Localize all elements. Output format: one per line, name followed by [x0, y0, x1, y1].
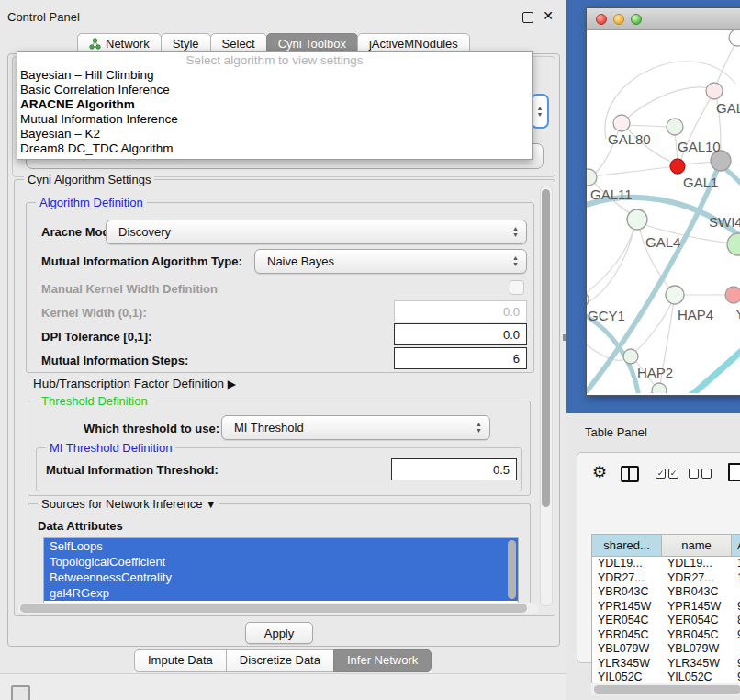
table-row[interactable]: YBL079WYBL079W [592, 642, 740, 657]
spinner-arrows-icon: ▲▼ [476, 421, 482, 434]
aracne-mode-combobox[interactable]: Discovery ▲▼ [106, 220, 527, 244]
network-canvas[interactable]: GAL GAL80 GAL10 GAL1 GAL11 GAL4 SWI4 GCY… [587, 30, 740, 393]
network-view-window: GAL GAL80 GAL10 GAL1 GAL11 GAL4 SWI4 GCY… [586, 7, 740, 396]
column-header-name[interactable]: name [662, 535, 732, 556]
mi-threshold-value: 0.5 [493, 463, 510, 477]
node-label: Y [735, 306, 740, 322]
sources-group-title[interactable]: Sources for Network Inference ▼ [38, 497, 219, 511]
table-row[interactable]: YLR345WYLR345W9. [592, 657, 740, 672]
select-all-columns-icon[interactable]: ✓✓ [656, 469, 678, 479]
mi-threshold-group: MI Threshold Definition Mutual Informati… [36, 447, 522, 491]
network-icon [89, 38, 101, 50]
kernel-width-field[interactable]: 0.0 [394, 300, 527, 322]
table-hscrollbar-thumb[interactable] [594, 685, 740, 694]
column-header-shared-name[interactable]: shared... [592, 535, 662, 556]
popup-item[interactable]: Bayesian – K2 [17, 127, 532, 141]
kernel-width-value: 0.0 [503, 305, 520, 319]
tab-select-label: Select [222, 37, 255, 51]
which-threshold-value: MI Threshold [234, 421, 304, 435]
algorithm-dropdown-popup: Select algorithm to view settings Bayesi… [17, 51, 533, 160]
unselect-all-columns-icon[interactable] [689, 469, 712, 479]
mi-steps-value: 6 [513, 352, 520, 366]
minimized-window-icon[interactable] [11, 685, 30, 700]
list-scrollbar-thumb[interactable] [508, 540, 516, 599]
network-graph [587, 30, 740, 393]
popup-prompt[interactable]: Select algorithm to view settings [17, 52, 532, 68]
table-row[interactable]: YPR145WYPR145W9. [592, 600, 740, 615]
network-window-titlebar[interactable] [587, 8, 740, 30]
node-gal80[interactable] [613, 115, 630, 131]
mi-steps-field[interactable]: 6 [394, 347, 527, 369]
settings-hscrollbar-thumb[interactable] [20, 604, 527, 613]
node-label: GAL1 [683, 175, 718, 190]
node-label: GCY1 [588, 308, 625, 323]
control-panel-titlebar: Control Panel ✕ [0, 0, 566, 28]
which-threshold-combobox[interactable]: MI Threshold ▲▼ [221, 415, 490, 440]
mi-algorithm-type-combobox[interactable]: Naive Bayes ▲▼ [254, 249, 527, 274]
table-row-partial[interactable]: YIL052CYIL052C9 [592, 671, 740, 683]
dpi-tolerance-field[interactable]: 0.0 [394, 323, 527, 345]
table-hscrollbar-track[interactable] [591, 683, 740, 695]
popup-item[interactable]: Dream8 DC_TDC Algorithm [17, 141, 532, 156]
mi-algorithm-type-label: Mutual Information Algorithm Type: [41, 254, 242, 268]
manual-kernel-width-checkbox[interactable] [510, 280, 524, 295]
popup-item[interactable]: Mutual Information Inference [17, 112, 532, 127]
sources-title-label: Sources for Network Inference [41, 497, 203, 511]
node-hap4[interactable] [666, 286, 684, 304]
list-item[interactable]: TopologicalCoefficient [44, 554, 518, 570]
table-row[interactable]: YDR27...YDR27...12 [592, 571, 740, 586]
mi-threshold-group-title: MI Threshold Definition [46, 441, 175, 455]
mi-threshold-field[interactable]: 0.5 [391, 458, 517, 480]
sources-group: Sources for Network Inference ▼ Data Att… [28, 503, 531, 613]
node[interactable] [652, 383, 667, 393]
node[interactable] [725, 287, 740, 303]
settings-vscrollbar-track[interactable] [540, 186, 553, 606]
collapse-arrow-icon: ▼ [206, 499, 216, 510]
node-table: shared... name A YDL19...YDL19...13 YDR2… [591, 534, 740, 683]
settings-hscrollbar-track[interactable] [18, 603, 538, 614]
popup-item[interactable]: Basic Correlation Inference [17, 83, 532, 97]
float-window-icon[interactable] [522, 12, 533, 23]
hub-definition-expander[interactable]: Hub/Transcription Factor Definition ▶ [33, 377, 236, 390]
column-header-clipped[interactable]: A [732, 535, 740, 556]
list-item[interactable]: gal4RGexp [44, 585, 518, 601]
apply-button[interactable]: Apply [245, 622, 313, 644]
table-row[interactable]: YBR043CYBR043C [592, 585, 740, 600]
list-item[interactable]: BetweennessCentrality [44, 570, 518, 585]
settings-vscrollbar-thumb[interactable] [542, 189, 550, 507]
close-traffic-light-icon[interactable] [596, 14, 607, 25]
popup-item-selected[interactable]: ARACNE Algorithm [17, 97, 532, 112]
node[interactable] [706, 83, 723, 99]
node-gal10[interactable] [667, 119, 683, 135]
minimize-traffic-light-icon[interactable] [613, 14, 624, 25]
table-settings-gear-icon[interactable]: ⚙ [592, 464, 607, 480]
table-row[interactable]: YDL19...YDL19...13 [592, 557, 740, 571]
close-icon[interactable]: ✕ [543, 8, 554, 23]
node-swi4[interactable] [727, 233, 740, 255]
dpi-tolerance-label: DPI Tolerance [0,1]: [41, 330, 151, 344]
tab-discretize-data[interactable]: Discretize Data [226, 649, 334, 672]
algorithm-combobox[interactable]: ▲▼ [531, 94, 549, 129]
cyni-algorithm-settings-group: Cyni Algorithm Settings Algorithm Defini… [14, 179, 555, 616]
zoom-traffic-light-icon[interactable] [631, 14, 642, 25]
import-table-icon[interactable] [728, 463, 740, 481]
tab-discretize-data-label: Discretize Data [240, 653, 320, 667]
table-row[interactable]: YBR045CYBR045C9. [592, 628, 740, 643]
list-item[interactable]: SelfLoops [44, 538, 518, 554]
tab-infer-network[interactable]: Infer Network [333, 649, 432, 672]
which-threshold-label: Which threshold to use: [84, 422, 219, 435]
table-row[interactable]: YER054CYER054C8. [592, 614, 740, 628]
control-panel-title: Control Panel [7, 10, 80, 24]
node-gal1-selected[interactable] [670, 159, 685, 174]
node[interactable] [729, 30, 740, 46]
popup-item[interactable]: Bayesian – Hill Climbing [17, 68, 532, 83]
node-gal4[interactable] [627, 209, 647, 230]
apply-button-label: Apply [264, 627, 295, 640]
show-columns-icon[interactable] [621, 466, 639, 482]
node-gal11[interactable] [587, 169, 597, 186]
split-pane-divider-handle[interactable] [563, 334, 566, 341]
table-header-row: shared... name A [592, 535, 740, 557]
tab-impute-data[interactable]: Impute Data [134, 649, 227, 672]
node-hap2[interactable] [623, 349, 638, 364]
node-gcy1[interactable] [587, 291, 589, 308]
